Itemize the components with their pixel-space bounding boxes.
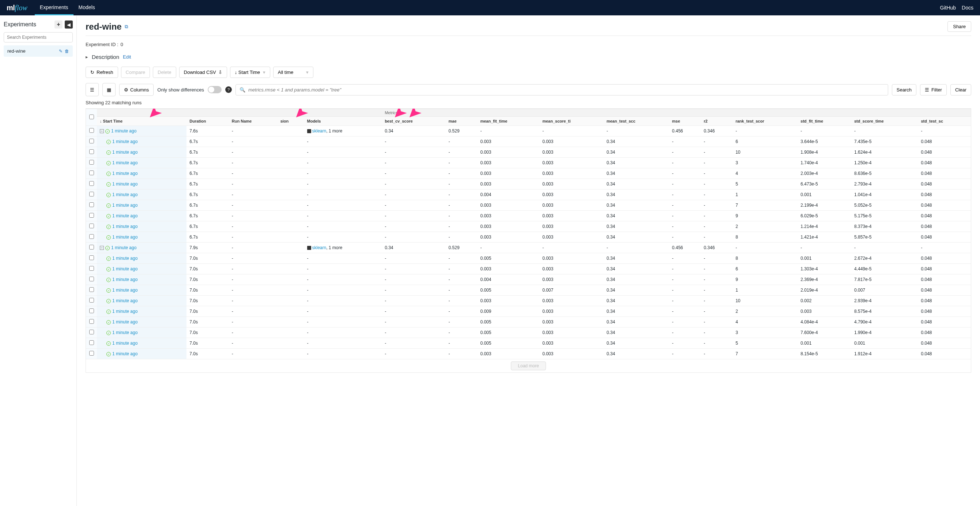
row-checkbox[interactable] <box>89 139 94 144</box>
edit-description-link[interactable]: Edit <box>123 54 131 60</box>
model-link[interactable]: sklearn <box>312 245 326 250</box>
row-checkbox[interactable] <box>89 213 94 218</box>
col-sts[interactable]: std_test_sc <box>918 117 971 126</box>
add-experiment-button[interactable]: + <box>54 21 62 29</box>
search-experiments-input[interactable] <box>4 32 73 42</box>
row-checkbox[interactable] <box>89 266 94 271</box>
col-start-time[interactable]: ↓ Start Time <box>97 117 186 126</box>
row-checkbox[interactable] <box>89 255 94 260</box>
row-checkbox[interactable] <box>89 276 94 281</box>
table-row[interactable]: ✓1 minute ago6.7s----0.0030.0030.34--72.… <box>86 200 971 211</box>
table-row[interactable]: ✓1 minute ago6.7s----0.0030.0030.34--101… <box>86 147 971 158</box>
clear-button[interactable]: Clear <box>950 84 971 96</box>
table-row[interactable]: ✓1 minute ago6.7s----0.0030.0030.34--56.… <box>86 179 971 190</box>
table-row[interactable]: ✓1 minute ago7.0s----0.0030.0030.34--78.… <box>86 349 971 359</box>
table-row[interactable]: ✓1 minute ago7.0s----0.0050.0070.34--12.… <box>86 285 971 295</box>
run-time-link[interactable]: 1 minute ago <box>112 171 137 176</box>
columns-button[interactable]: ⚙Columns <box>119 84 154 96</box>
table-row[interactable]: ✓1 minute ago7.0s----0.0050.0030.34--80.… <box>86 253 971 264</box>
copy-icon[interactable]: ⧉ <box>125 24 128 30</box>
run-time-link[interactable]: 1 minute ago <box>112 298 137 303</box>
run-time-link[interactable]: 1 minute ago <box>112 224 137 229</box>
table-row[interactable]: ✓1 minute ago7.0s----0.0090.0030.34--20.… <box>86 306 971 317</box>
run-time-link[interactable]: 1 minute ago <box>112 150 137 155</box>
table-row[interactable]: ✓1 minute ago6.7s----0.0030.0030.34--96.… <box>86 211 971 221</box>
run-time-link[interactable]: 1 minute ago <box>112 277 137 282</box>
share-button[interactable]: Share <box>947 21 971 32</box>
expand-icon[interactable]: − <box>100 246 104 250</box>
table-row[interactable]: ✓1 minute ago6.7s----0.0030.0030.34--63.… <box>86 136 971 147</box>
only-diff-toggle[interactable] <box>208 86 221 93</box>
col-mts[interactable]: mean_test_scc <box>604 117 669 126</box>
collapse-sidebar-button[interactable]: ◀ <box>65 21 73 29</box>
col-sft[interactable]: std_fit_time <box>797 117 851 126</box>
trash-icon[interactable]: 🗑 <box>65 49 69 54</box>
table-row[interactable]: ✓1 minute ago6.7s----0.0040.0030.34--10.… <box>86 190 971 200</box>
row-checkbox[interactable] <box>89 223 94 228</box>
col-sion[interactable]: sion <box>278 117 304 126</box>
table-row[interactable]: ✓1 minute ago7.0s----0.0050.0030.34--37.… <box>86 327 971 338</box>
refresh-button[interactable]: ↻Refresh <box>86 67 118 78</box>
run-time-link[interactable]: 1 minute ago <box>111 245 137 250</box>
run-time-link[interactable]: 1 minute ago <box>112 203 137 208</box>
caret-right-icon[interactable]: ▸ <box>86 54 88 60</box>
run-time-link[interactable]: 1 minute ago <box>112 319 137 324</box>
run-time-link[interactable]: 1 minute ago <box>112 287 137 293</box>
run-time-link[interactable]: 1 minute ago <box>112 256 137 261</box>
tab-models[interactable]: Models <box>73 0 100 15</box>
run-time-link[interactable]: 1 minute ago <box>112 192 137 197</box>
expand-icon[interactable]: − <box>100 129 104 133</box>
link-docs[interactable]: Docs <box>962 5 974 11</box>
help-icon[interactable]: ? <box>225 86 232 93</box>
run-time-link[interactable]: 1 minute ago <box>112 160 137 165</box>
sort-select[interactable]: ↓ Start Time▾ <box>230 67 270 78</box>
row-checkbox[interactable] <box>89 171 94 175</box>
select-all-checkbox[interactable] <box>89 115 94 119</box>
col-mse[interactable]: mse <box>669 117 701 126</box>
tab-experiments[interactable]: Experiments <box>35 0 73 15</box>
run-time-link[interactable]: 1 minute ago <box>111 128 137 134</box>
col-duration[interactable]: Duration <box>186 117 229 126</box>
row-checkbox[interactable] <box>89 181 94 186</box>
row-checkbox[interactable] <box>89 340 94 345</box>
row-checkbox[interactable] <box>89 160 94 164</box>
download-csv-button[interactable]: Download CSV⇩ <box>179 67 227 78</box>
row-checkbox[interactable] <box>89 298 94 303</box>
row-checkbox[interactable] <box>89 202 94 207</box>
row-checkbox[interactable] <box>89 245 94 249</box>
table-row[interactable]: ✓1 minute ago7.0s----0.0030.0030.34--61.… <box>86 264 971 275</box>
grid-view-button[interactable]: ▦ <box>102 83 116 96</box>
run-time-link[interactable]: 1 minute ago <box>112 330 137 335</box>
row-checkbox[interactable] <box>89 330 94 334</box>
run-time-link[interactable]: 1 minute ago <box>112 182 137 187</box>
col-models[interactable]: Models <box>304 117 382 126</box>
run-time-link[interactable]: 1 minute ago <box>112 309 137 314</box>
row-checkbox[interactable] <box>89 192 94 196</box>
timerange-select[interactable]: All time▾ <box>273 67 313 78</box>
col-mst[interactable]: mean_score_ti <box>539 117 604 126</box>
row-checkbox[interactable] <box>89 149 94 154</box>
table-row[interactable]: ✓1 minute ago7.0s----0.0050.0030.34--50.… <box>86 338 971 349</box>
table-row[interactable]: ✓1 minute ago7.0s----0.0050.0030.34--44.… <box>86 317 971 327</box>
col-sst[interactable]: std_score_time <box>851 117 918 126</box>
run-time-link[interactable]: 1 minute ago <box>112 235 137 239</box>
row-checkbox[interactable] <box>89 319 94 324</box>
run-time-link[interactable]: 1 minute ago <box>112 267 137 271</box>
table-row[interactable]: ✓1 minute ago7.0s----0.0030.0030.34--100… <box>86 295 971 306</box>
col-rank[interactable]: rank_test_scor <box>732 117 797 126</box>
logo[interactable]: mlflow <box>6 4 27 12</box>
col-r2[interactable]: r2 <box>701 117 733 126</box>
row-checkbox[interactable] <box>89 287 94 292</box>
run-time-link[interactable]: 1 minute ago <box>112 351 137 356</box>
link-github[interactable]: GitHub <box>940 5 956 11</box>
table-row[interactable]: ✓1 minute ago7.0s----0.0040.0030.34--92.… <box>86 275 971 285</box>
table-row[interactable]: ✓1 minute ago6.7s----0.0030.0030.34--42.… <box>86 168 971 179</box>
filter-button[interactable]: ☰Filter <box>920 84 947 96</box>
col-best-cv[interactable]: best_cv_score <box>382 117 445 126</box>
col-mft[interactable]: mean_fit_time <box>477 117 539 126</box>
table-row[interactable]: ✓1 minute ago6.7s----0.0030.0030.34--21.… <box>86 221 971 232</box>
search-runs-input[interactable] <box>248 87 884 93</box>
row-checkbox[interactable] <box>89 234 94 239</box>
search-runs-wrap[interactable]: 🔍 <box>235 84 888 96</box>
chevron-left-icon[interactable]: ‹ <box>399 110 401 115</box>
